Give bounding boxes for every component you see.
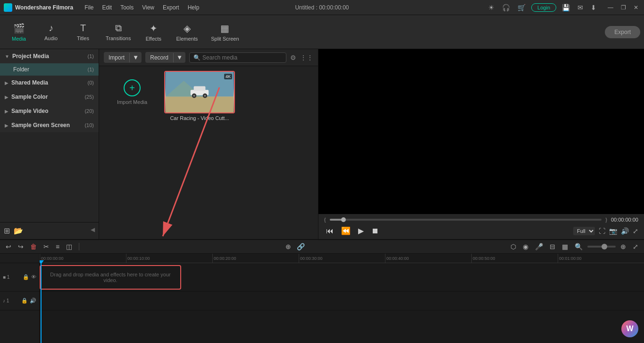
- timeline-main: 00:00:00:00 00:00:10:00 00:00:20:00 00:0…: [40, 254, 644, 343]
- skip-back-button[interactable]: ⏮: [324, 226, 335, 236]
- fullscreen-icon[interactable]: ⛶: [599, 227, 605, 235]
- drop-hint-text: Drag and drop media and effects here to …: [41, 272, 180, 283]
- ruler-mark-4: 00:00:40:00: [385, 254, 471, 263]
- sample-color-title: Sample Color: [11, 94, 48, 100]
- tab-split-screen[interactable]: ▦ Split Screen: [205, 20, 244, 44]
- menu-export[interactable]: Export: [159, 3, 183, 12]
- stop-button[interactable]: ⏹: [369, 226, 381, 236]
- menu-bar: File Edit Tools View Export Help: [81, 3, 203, 12]
- media-item-car-racing[interactable]: 4K Car Racing - Video Cutt...: [164, 71, 235, 121]
- menu-view[interactable]: View: [138, 3, 158, 12]
- grid-view-icon[interactable]: ⋮⋮: [300, 54, 313, 61]
- scene-detect-icon[interactable]: ⬡: [509, 242, 518, 251]
- panel-collapse-arrow[interactable]: ◀: [91, 226, 95, 235]
- mail-icon[interactable]: ✉: [576, 3, 585, 12]
- app-name: Wondershare Filmora: [15, 4, 73, 11]
- search-input[interactable]: [202, 54, 282, 61]
- undo-button[interactable]: ↩: [4, 242, 13, 251]
- track-clip-drop-zone[interactable]: Drag and drop media and effects here to …: [40, 265, 181, 290]
- tab-transitions[interactable]: ⧉ Transitions: [100, 20, 136, 44]
- sidebar-item-folder[interactable]: Folder (1): [0, 63, 99, 76]
- headphone-icon[interactable]: 🎧: [500, 3, 512, 12]
- window-title: Untitled : 00:00:00:00: [295, 4, 349, 11]
- cut-button[interactable]: ✂: [42, 242, 51, 251]
- mic-icon[interactable]: 🎤: [533, 242, 545, 251]
- watermark-icon[interactable]: W: [621, 320, 638, 337]
- sample-video-header[interactable]: ▶ Sample Video (20): [0, 104, 99, 118]
- audio-mute-icon[interactable]: 🔊: [30, 298, 36, 304]
- sample-green-screen-header[interactable]: ▶ Sample Green Screen (10): [0, 118, 99, 132]
- zoom-slider[interactable]: [587, 246, 616, 248]
- split-button[interactable]: ◫: [64, 242, 74, 251]
- settings-button[interactable]: ≡: [54, 242, 61, 251]
- volume-icon[interactable]: 🔊: [621, 227, 629, 235]
- import-dropdown-arrow[interactable]: ▼: [130, 52, 142, 63]
- project-media-arrow: ▼: [5, 54, 9, 59]
- tab-media[interactable]: 🎬 Media: [4, 20, 34, 44]
- minimize-button[interactable]: —: [606, 4, 615, 11]
- ruler-mark-1: 00:00:10:00: [126, 254, 212, 263]
- timeline-content: ■ 1 🔒 👁 ♪ 1 🔒 🔊: [0, 254, 644, 343]
- close-button[interactable]: ✕: [632, 4, 640, 11]
- menu-file[interactable]: File: [81, 3, 97, 12]
- panel-footer: ⊞ 📂 ◀: [0, 222, 99, 239]
- cart-icon[interactable]: 🛒: [516, 3, 527, 12]
- add-track-button[interactable]: ⊕: [284, 242, 293, 251]
- open-folder-button[interactable]: 📂: [14, 226, 23, 235]
- audio-lock-icon[interactable]: 🔒: [21, 298, 28, 304]
- login-button[interactable]: Login: [531, 3, 556, 12]
- progress-handle[interactable]: [341, 217, 346, 222]
- record-dropdown-arrow[interactable]: ▼: [174, 52, 185, 63]
- quality-select[interactable]: Full 1/2 1/4: [573, 227, 595, 235]
- restore-button[interactable]: ❐: [619, 4, 628, 11]
- sample-color-header[interactable]: ▶ Sample Color (25): [0, 90, 99, 104]
- play-button[interactable]: ▶: [356, 225, 366, 236]
- snapshot-icon[interactable]: 📷: [609, 227, 617, 235]
- logo-icon: [4, 3, 12, 12]
- menu-tools[interactable]: Tools: [117, 3, 137, 12]
- subtitle-icon[interactable]: ⊟: [548, 242, 557, 251]
- media-label: Media: [12, 36, 26, 42]
- tab-audio[interactable]: ♪ Audio: [36, 20, 66, 44]
- fit-timeline-icon[interactable]: ⤢: [631, 242, 640, 251]
- ruler-spacer: [0, 254, 39, 263]
- fit-icon[interactable]: ⤢: [633, 227, 638, 235]
- tab-titles[interactable]: T Titles: [68, 20, 98, 44]
- tab-elements[interactable]: ◈ Elements: [170, 20, 203, 44]
- menu-edit[interactable]: Edit: [98, 3, 116, 12]
- download-icon[interactable]: ⬇: [589, 3, 598, 12]
- zoom-out-icon[interactable]: 🔍: [573, 242, 585, 251]
- link-button[interactable]: 🔗: [295, 242, 307, 251]
- zoom-in-icon[interactable]: ⊕: [619, 242, 628, 251]
- project-media-header[interactable]: ▼ Project Media (1): [0, 49, 99, 63]
- save-icon[interactable]: 💾: [560, 3, 572, 12]
- media-browser-panel: Import ▼ Record ▼ 🔍 ⚙ ⋮⋮: [99, 49, 318, 239]
- ruler-mark-0: 00:00:00:00: [40, 254, 126, 263]
- silence-icon[interactable]: ▦: [560, 242, 570, 251]
- progress-bar[interactable]: [330, 219, 602, 221]
- effects-label: Effects: [146, 36, 161, 42]
- menu-help[interactable]: Help: [184, 3, 203, 12]
- import-button[interactable]: Import: [104, 52, 129, 63]
- sample-green-screen-count: (10): [84, 122, 94, 128]
- record-button[interactable]: Record: [145, 52, 173, 63]
- shared-media-header[interactable]: ▶ Shared Media (0): [0, 76, 99, 90]
- eye-icon[interactable]: 👁: [31, 274, 36, 280]
- media-grid: + Import Media: [99, 66, 318, 239]
- shared-media-title-row: ▶ Shared Media: [5, 79, 48, 86]
- ruler-mark-6: 00:01:00:00: [558, 254, 644, 263]
- import-media-placeholder[interactable]: + Import Media: [104, 71, 160, 113]
- lock-icon[interactable]: 🔒: [23, 274, 29, 280]
- export-button[interactable]: Export: [605, 26, 640, 38]
- sample-video-count: (20): [84, 108, 94, 114]
- window-controls: — ❐ ✕: [606, 4, 640, 11]
- delete-button[interactable]: 🗑: [28, 242, 39, 251]
- redo-button[interactable]: ↪: [16, 242, 25, 251]
- step-back-button[interactable]: ⏪: [339, 225, 352, 236]
- ripple-icon[interactable]: ◉: [521, 242, 530, 251]
- add-folder-button[interactable]: ⊞: [4, 226, 10, 235]
- folder-count: (1): [88, 67, 94, 72]
- tab-effects[interactable]: ✦ Effects: [138, 20, 168, 44]
- filter-icon[interactable]: ⚙: [290, 54, 296, 61]
- brightness-icon[interactable]: ☀: [486, 3, 496, 12]
